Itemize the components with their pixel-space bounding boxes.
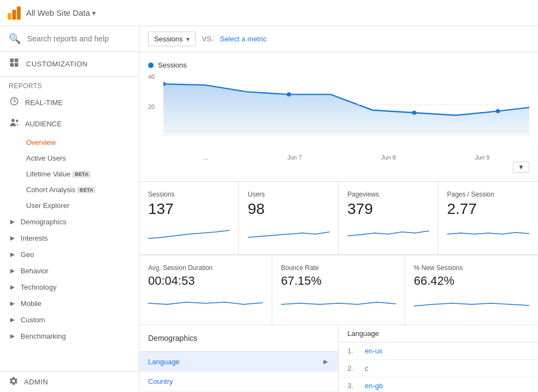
sidebar-sub-user-explorer[interactable]: User Explorer: [0, 198, 139, 213]
google-analytics-logo: [7, 5, 22, 21]
lang-num-1: 1.: [347, 347, 358, 355]
stat-card-sessions: Sessions 137: [139, 182, 239, 255]
demo-item-country[interactable]: Country: [139, 372, 338, 391]
mobile-label: Mobile: [21, 299, 41, 308]
stat-card-pageviews: Pageviews 379: [339, 182, 438, 255]
sessions-legend-dot: [148, 63, 154, 68]
site-dropdown-icon: ▾: [92, 9, 96, 17]
technology-arrow-icon: ►: [9, 283, 16, 291]
realtime-label: REAL-TIME: [25, 99, 63, 107]
sidebar-item-mobile[interactable]: ► Mobile: [0, 295, 139, 311]
sidebar-item-custom[interactable]: ► Custom: [0, 311, 139, 328]
sidebar-item-technology[interactable]: ► Technology: [0, 279, 139, 295]
x-label-start: ...: [203, 154, 208, 161]
stats-row-2: Avg. Session Duration 00:04:53 Bounce Ra…: [139, 255, 538, 325]
chart-svg: [163, 74, 529, 136]
svg-rect-1: [13, 10, 16, 20]
lang-row-3: 3. en-gb: [339, 377, 538, 392]
stat-label-bounce-rate: Bounce Rate: [281, 264, 396, 272]
demographics-nav: Demographics Language ► Country City Sys…: [139, 325, 339, 392]
lifetime-value-label: Lifetime Value: [26, 170, 70, 178]
sessions-dropdown[interactable]: Sessions ▾: [148, 32, 195, 46]
vs-label: VS.: [202, 35, 213, 43]
audience-label: AUDIENCE: [25, 120, 62, 128]
svg-point-8: [11, 119, 15, 122]
mini-chart-new-sessions: [414, 292, 529, 314]
select-metric-link[interactable]: Select a metric: [220, 35, 267, 43]
custom-label: Custom: [21, 316, 45, 324]
mini-chart-pages-session: [447, 222, 529, 244]
stat-label-users: Users: [248, 191, 329, 198]
stat-value-pageviews: 379: [347, 200, 429, 218]
sidebar-sub-active-users[interactable]: Active Users: [0, 150, 139, 166]
demographics-section: Demographics Language ► Country City Sys…: [139, 325, 538, 392]
site-name[interactable]: All Web Site Data ▾: [26, 8, 96, 17]
interests-label: Interests: [21, 234, 48, 242]
lang-link-1[interactable]: en-us: [365, 347, 383, 355]
demo-item-language[interactable]: Language ►: [139, 352, 338, 372]
behavior-arrow-icon: ►: [9, 266, 16, 275]
realtime-icon: [9, 96, 20, 109]
sessions-legend-label: Sessions: [158, 61, 187, 69]
sidebar-item-behavior[interactable]: ► Behavior: [0, 262, 139, 279]
custom-arrow-icon: ►: [9, 315, 16, 324]
stat-value-new-sessions: 66.42%: [414, 274, 529, 288]
sidebar-item-audience[interactable]: AUDIENCE: [0, 113, 139, 134]
sidebar-item-realtime[interactable]: REAL-TIME: [0, 92, 139, 113]
demo-item-country-link: Country: [148, 377, 173, 385]
svg-point-12: [287, 93, 291, 97]
sidebar-admin[interactable]: ADMIN: [0, 371, 139, 392]
svg-rect-4: [15, 59, 19, 63]
sidebar-sub-cohort-analysis[interactable]: Cohort Analysis BETA: [0, 182, 139, 198]
lang-link-2[interactable]: c: [365, 364, 369, 372]
sidebar-sub-lifetime-value[interactable]: Lifetime Value BETA: [0, 166, 139, 182]
sidebar-item-demographics[interactable]: ► Demographics: [0, 213, 139, 230]
search-text: Search reports and help: [27, 34, 108, 43]
chart-legend: Sessions: [148, 61, 529, 69]
svg-rect-6: [15, 63, 19, 67]
benchmarking-label: Benchmarking: [21, 332, 66, 340]
interests-arrow-icon: ►: [9, 234, 16, 242]
lang-table-title: Language: [347, 329, 379, 338]
stat-card-bounce-rate: Bounce Rate 67.15%: [272, 255, 405, 324]
stat-label-pageviews: Pageviews: [347, 191, 429, 198]
svg-point-9: [16, 120, 19, 122]
site-name-text: All Web Site Data: [26, 8, 90, 17]
stat-value-bounce-rate: 67.15%: [281, 274, 396, 288]
search-icon: 🔍: [9, 33, 21, 45]
svg-point-14: [496, 109, 500, 113]
svg-rect-2: [17, 7, 21, 20]
top-bar: All Web Site Data ▾: [0, 0, 538, 26]
sidebar-search[interactable]: 🔍 Search reports and help: [0, 26, 139, 52]
reports-label: Reports: [9, 82, 42, 90]
demographics-label: Demographics: [21, 218, 66, 226]
svg-rect-5: [10, 63, 14, 67]
demographics-title: Demographics: [139, 325, 338, 352]
cohort-analysis-badge: BETA: [77, 187, 95, 193]
sidebar-item-geo[interactable]: ► Geo: [0, 246, 139, 262]
language-table: Language 1. en-us 2. c 3. en-gb 4. en-ca: [339, 325, 538, 392]
geo-arrow-icon: ►: [9, 250, 16, 259]
stat-label-new-sessions: % New Sessions: [414, 264, 529, 272]
sidebar-item-interests[interactable]: ► Interests: [0, 230, 139, 246]
technology-label: Technology: [21, 283, 57, 291]
mini-chart-users: [248, 222, 329, 244]
sidebar-customization[interactable]: CUSTOMIZATION: [0, 52, 139, 77]
content-area: Sessions ▾ VS. Select a metric Sessions …: [139, 26, 538, 392]
lang-link-3[interactable]: en-gb: [365, 382, 383, 390]
stats-row-1: Sessions 137 Users 98 Pageviews 379: [139, 182, 538, 255]
stat-value-avg-duration: 00:04:53: [148, 274, 263, 288]
logo-area: All Web Site Data ▾: [7, 5, 96, 21]
mini-chart-avg-duration: [148, 292, 263, 314]
chart-y-top: 40: [148, 74, 155, 80]
lang-num-3: 3.: [347, 382, 358, 390]
customization-icon: [9, 57, 20, 71]
benchmarking-arrow-icon: ►: [9, 332, 16, 340]
svg-point-13: [412, 111, 417, 115]
sidebar-item-benchmarking[interactable]: ► Benchmarking: [0, 328, 139, 344]
behavior-label: Behavior: [21, 267, 48, 275]
sidebar-sub-overview[interactable]: Overview: [0, 134, 139, 150]
lang-num-2: 2.: [347, 364, 358, 372]
chart-options-dropdown[interactable]: ▼: [513, 162, 529, 173]
customization-label: CUSTOMIZATION: [26, 60, 88, 68]
